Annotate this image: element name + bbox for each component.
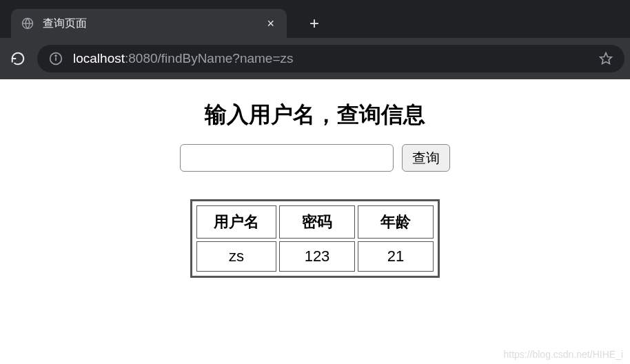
page-title: 输入用户名，查询信息 bbox=[0, 100, 630, 130]
cell-password: 123 bbox=[279, 241, 355, 272]
site-info-icon[interactable] bbox=[48, 51, 63, 66]
col-username: 用户名 bbox=[196, 205, 276, 239]
svg-point-3 bbox=[55, 55, 57, 57]
address-bar[interactable]: localhost:8080/findByName?name=zs bbox=[37, 45, 624, 72]
search-button[interactable]: 查询 bbox=[402, 144, 450, 172]
results-table: 用户名 密码 年龄 zs 123 21 bbox=[194, 203, 436, 274]
new-tab-button[interactable]: + bbox=[301, 9, 328, 38]
tab-title: 查询页面 bbox=[43, 17, 264, 31]
watermark: https://blog.csdn.net/HIHE_i bbox=[503, 349, 623, 360]
page-content: 输入用户名，查询信息 查询 用户名 密码 年龄 zs 123 21 bbox=[0, 79, 630, 294]
table-header-row: 用户名 密码 年龄 bbox=[196, 205, 434, 239]
col-password: 密码 bbox=[279, 205, 355, 239]
close-icon[interactable]: × bbox=[264, 17, 277, 31]
url-text: localhost:8080/findByName?name=zs bbox=[73, 51, 598, 66]
url-path: :8080/findByName?name=zs bbox=[125, 51, 294, 65]
toolbar: localhost:8080/findByName?name=zs bbox=[0, 38, 630, 79]
reload-button[interactable] bbox=[6, 46, 30, 71]
bookmark-icon[interactable] bbox=[598, 51, 613, 66]
cell-age: 21 bbox=[358, 241, 434, 272]
browser-tab[interactable]: 查询页面 × bbox=[11, 9, 287, 38]
url-host: localhost bbox=[73, 51, 125, 65]
search-form: 查询 bbox=[0, 144, 630, 172]
table-row: zs 123 21 bbox=[196, 241, 434, 272]
tab-strip: 查询页面 × + bbox=[0, 0, 630, 38]
username-input[interactable] bbox=[180, 144, 394, 172]
globe-icon bbox=[21, 17, 34, 30]
results-table-wrap: 用户名 密码 年龄 zs 123 21 bbox=[190, 199, 440, 278]
svg-marker-4 bbox=[600, 53, 612, 64]
cell-username: zs bbox=[196, 241, 276, 272]
col-age: 年龄 bbox=[358, 205, 434, 239]
